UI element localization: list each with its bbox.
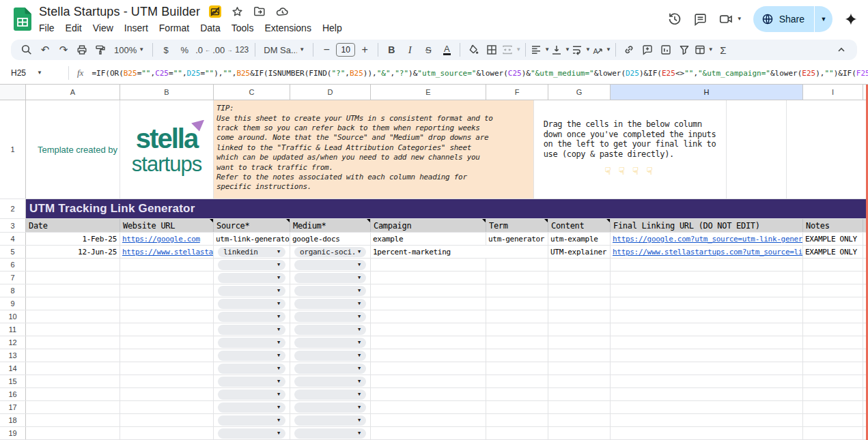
text-wrap-icon[interactable]: ▼ bbox=[571, 41, 591, 59]
dropdown-chip-C9[interactable]: ▼ bbox=[218, 299, 285, 309]
dropdown-chip-D10[interactable]: ▼ bbox=[294, 312, 366, 322]
number-format-button[interactable]: 123 bbox=[233, 41, 251, 59]
dropdown-chip-C17[interactable]: ▼ bbox=[218, 402, 285, 413]
cell-D19[interactable]: ▼ bbox=[290, 427, 371, 439]
row-number-10[interactable]: 10 bbox=[0, 310, 26, 323]
cell-H11[interactable] bbox=[611, 323, 803, 336]
dropdown-chip-C16[interactable]: ▼ bbox=[218, 390, 285, 400]
paint-format-icon[interactable] bbox=[92, 41, 109, 59]
cell-A15[interactable] bbox=[26, 375, 120, 387]
chevron-down-icon[interactable]: ▼ bbox=[277, 249, 280, 254]
vertical-align-icon[interactable]: ▼ bbox=[550, 41, 570, 59]
header-cell-C3[interactable]: Source* bbox=[214, 219, 290, 232]
cell-C18[interactable]: ▼ bbox=[214, 414, 290, 426]
cell-G15[interactable] bbox=[548, 375, 611, 387]
row-number-4[interactable]: 4 bbox=[0, 233, 26, 245]
increase-decimal-button[interactable]: .00→ bbox=[212, 41, 232, 59]
move-folder-icon[interactable] bbox=[253, 5, 266, 18]
column-header-I[interactable]: I bbox=[803, 85, 863, 100]
dropdown-chip-D5[interactable]: organic-soci...▼ bbox=[294, 247, 366, 257]
menu-format[interactable]: Format bbox=[154, 22, 195, 34]
cell-H12[interactable] bbox=[611, 336, 803, 349]
cell-G10[interactable] bbox=[548, 310, 611, 323]
chevron-down-icon[interactable]: ▼ bbox=[277, 327, 280, 332]
cell-H4[interactable]: https://google.com?utm_source=utm-link-g… bbox=[611, 233, 803, 245]
cell-A7[interactable] bbox=[26, 272, 120, 284]
chevron-down-icon[interactable]: ▼ bbox=[277, 301, 280, 306]
cell-C4[interactable]: utm-link-generator bbox=[214, 233, 290, 245]
text-rotation-icon[interactable]: A ▼ bbox=[591, 41, 611, 59]
cell-B18[interactable] bbox=[120, 414, 214, 426]
cell-D12[interactable]: ▼ bbox=[290, 336, 371, 349]
cell-E6[interactable] bbox=[371, 259, 486, 271]
cell-I4[interactable]: EXAMPLE ONLY bbox=[803, 233, 863, 245]
cell-E15[interactable] bbox=[371, 375, 486, 387]
borders-icon[interactable] bbox=[483, 41, 501, 59]
url-link-B5[interactable]: https://www.stellastartup bbox=[122, 248, 214, 256]
dropdown-chip-C19[interactable]: ▼ bbox=[218, 428, 285, 439]
cell-D1-tip[interactable]: TIP: Use this sheet to create your UTMs … bbox=[214, 100, 534, 199]
dropdown-chip-D9[interactable]: ▼ bbox=[294, 299, 366, 309]
cell-E18[interactable] bbox=[371, 414, 486, 426]
cell-D10[interactable]: ▼ bbox=[290, 310, 371, 323]
cell-E19[interactable] bbox=[371, 427, 486, 439]
cell-H7[interactable] bbox=[611, 272, 803, 284]
chevron-down-icon[interactable]: ▼ bbox=[277, 314, 280, 319]
sheets-logo-icon[interactable] bbox=[14, 8, 31, 31]
header-cell-D3[interactable]: Medium* bbox=[290, 219, 371, 232]
dropdown-chip-C10[interactable]: ▼ bbox=[218, 312, 285, 322]
cell-B4[interactable]: https://google.com bbox=[120, 233, 214, 245]
fill-color-icon[interactable] bbox=[464, 41, 482, 59]
menu-data[interactable]: Data bbox=[195, 22, 226, 34]
column-header-C[interactable]: C bbox=[214, 85, 290, 100]
cell-F11[interactable] bbox=[486, 323, 548, 336]
cell-I14[interactable] bbox=[803, 362, 863, 375]
dropdown-chip-C5[interactable]: linkedin▼ bbox=[218, 247, 285, 257]
dropdown-chip-D12[interactable]: ▼ bbox=[294, 338, 366, 348]
cell-I13[interactable] bbox=[803, 349, 863, 362]
print-icon[interactable] bbox=[73, 41, 91, 59]
chevron-down-icon[interactable]: ▼ bbox=[358, 430, 361, 436]
cell-B8[interactable] bbox=[120, 284, 214, 297]
cell-F7[interactable] bbox=[486, 272, 548, 284]
cell-C13[interactable]: ▼ bbox=[214, 349, 290, 362]
header-cell-G3[interactable]: Content bbox=[548, 219, 611, 232]
dropdown-chip-D17[interactable]: ▼ bbox=[294, 402, 366, 413]
cell-G19[interactable] bbox=[548, 427, 611, 439]
insert-comment-icon[interactable] bbox=[639, 41, 656, 59]
header-cell-E3[interactable]: Campaign bbox=[371, 219, 486, 232]
redo-icon[interactable]: ↷ bbox=[55, 41, 72, 59]
cell-B6[interactable] bbox=[120, 259, 214, 271]
cell-C9[interactable]: ▼ bbox=[214, 297, 290, 310]
row-number-19[interactable]: 19 bbox=[0, 427, 26, 439]
cell-A9[interactable] bbox=[26, 297, 120, 310]
cell-F10[interactable] bbox=[486, 310, 548, 323]
chevron-down-icon[interactable]: ▼ bbox=[358, 275, 361, 280]
dropdown-chip-D19[interactable]: ▼ bbox=[294, 428, 366, 439]
document-status-cloud-icon[interactable] bbox=[275, 5, 290, 19]
column-header-D[interactable]: D bbox=[290, 85, 371, 100]
cell-I9[interactable] bbox=[803, 297, 863, 310]
cell-A5[interactable]: 12-Jun-25 bbox=[26, 246, 120, 258]
cell-B16[interactable] bbox=[120, 388, 214, 400]
url-link-B4[interactable]: https://google.com bbox=[122, 235, 200, 244]
chevron-down-icon[interactable]: ▼ bbox=[358, 340, 361, 345]
cell-F16[interactable] bbox=[486, 388, 548, 400]
cell-H16[interactable] bbox=[611, 388, 803, 400]
cell-E14[interactable] bbox=[371, 362, 486, 375]
cell-E12[interactable] bbox=[371, 336, 486, 349]
dropdown-chip-D7[interactable]: ▼ bbox=[294, 273, 366, 283]
dropdown-chip-C15[interactable]: ▼ bbox=[218, 377, 285, 387]
row-number-14[interactable]: 14 bbox=[0, 362, 26, 375]
increase-font-size-button[interactable]: + bbox=[356, 41, 374, 59]
meet-camera-icon[interactable]: ▼ bbox=[718, 12, 742, 27]
cell-G12[interactable] bbox=[548, 336, 611, 349]
cell-A12[interactable] bbox=[26, 336, 120, 349]
cell-I7[interactable] bbox=[803, 272, 863, 284]
document-title[interactable]: Stella Startups - UTM Builder bbox=[39, 5, 200, 19]
cell-G11[interactable] bbox=[548, 323, 611, 336]
header-cell-F3[interactable]: Term bbox=[486, 219, 548, 232]
cell-B12[interactable] bbox=[120, 336, 214, 349]
cell-E5[interactable]: 1percent-marketing bbox=[371, 246, 486, 258]
row-number-2[interactable]: 2 bbox=[0, 199, 26, 218]
